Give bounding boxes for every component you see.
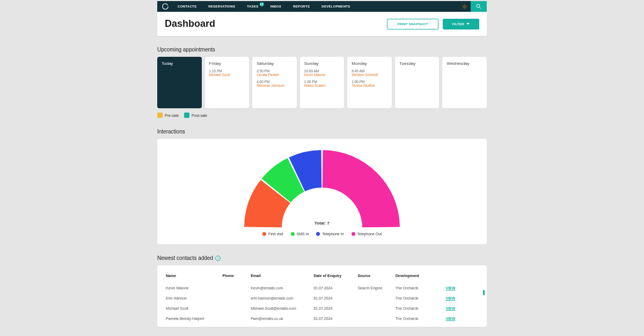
table-cell: The Orchards [394, 303, 445, 313]
day-card-monday[interactable]: Monday8:45 AMWinston Schmidt1:00 PMTeres… [347, 57, 392, 108]
appointment-name: Kevin Malone [304, 73, 340, 77]
table-cell: The Orchards [394, 293, 445, 303]
col-phone: Phone [221, 271, 250, 283]
table-cell: Erin Hannon [165, 293, 221, 303]
view-link[interactable]: VIEW [445, 296, 455, 300]
appointment-item[interactable]: 1:00 PMMateo Solano [304, 80, 340, 87]
scrollbar-thumb[interactable] [483, 290, 485, 295]
table-cell [221, 283, 250, 293]
table-cell: 01.07.2024 [312, 283, 356, 293]
nav-reports[interactable]: REPORTS [293, 5, 310, 8]
table-cell: Search Engine [356, 283, 394, 293]
col-email: Email [250, 271, 312, 283]
chart-legend-item: Telephone In [316, 232, 343, 236]
table-cell: 01.07.2024 [312, 303, 356, 313]
table-cell [221, 303, 250, 313]
col-action [444, 271, 479, 283]
info-icon[interactable]: i [215, 256, 221, 261]
table-cell: The Orchards [394, 313, 445, 324]
filter-button[interactable]: FILTER [443, 19, 479, 29]
appointment-time: 8:45 AM [352, 69, 387, 73]
appointment-item[interactable]: 1:15 PMMichael Scott [209, 69, 245, 77]
day-card-sunday[interactable]: Sunday10:00 AMKevin Malone1:00 PMMateo S… [300, 57, 345, 108]
day-card-today[interactable]: Today [157, 57, 202, 108]
appointment-time: 10:00 AM [304, 69, 340, 73]
settings-icon[interactable] [458, 1, 471, 12]
day-card-saturday[interactable]: Saturday2:30 PMCecilia Parekh4:00 PMRain… [252, 57, 297, 108]
interactions-chart-card: Total: 7 First visitSMS InTelephone InTe… [157, 139, 487, 244]
nav-inbox[interactable]: INBOX [270, 5, 282, 8]
day-label: Tuesday [399, 61, 435, 66]
table-cell: Kevin Malone [165, 283, 221, 293]
appointment-time: 1:15 PM [209, 69, 245, 73]
day-label: Wednesday [447, 61, 482, 66]
day-label: Saturday [257, 61, 292, 66]
appointment-name: Rainbow Johnson [257, 84, 292, 87]
legend-dot-icon [316, 232, 320, 236]
table-cell [221, 313, 250, 324]
nav-developments[interactable]: DEVELOPMENTS [321, 5, 350, 8]
view-link[interactable]: VIEW [445, 307, 455, 310]
day-card-friday[interactable]: Friday1:15 PMMichael Scott [205, 57, 250, 108]
table-cell [356, 303, 394, 313]
appointment-item[interactable]: 10:00 AMKevin Malone [304, 69, 340, 77]
appointment-item[interactable]: 2:30 PMCecilia Parekh [257, 69, 292, 77]
day-card-tuesday[interactable]: Tuesday [395, 57, 440, 108]
legend-post-sale: Post-sale [184, 113, 207, 118]
appointment-name: Michael Scott [209, 73, 245, 77]
appointment-time: 1:00 PM [352, 80, 387, 84]
svg-line-1 [480, 8, 481, 9]
legend-label: SMS In [297, 232, 309, 236]
legend-dot-icon [291, 232, 295, 236]
legend-dot-icon [352, 232, 355, 236]
legend-label: Telephone In [322, 232, 343, 236]
print-snapshot-button[interactable]: PRINT SNAPSHOT [387, 19, 438, 29]
table-cell: erin.hannon@emails.com [250, 293, 312, 303]
appointment-name: Mateo Solano [304, 84, 340, 87]
top-navbar: CONTACTSRESERVATIONSTASKS67INBOXREPORTSD… [157, 1, 487, 12]
appointment-time: 2:30 PM [257, 69, 292, 73]
table-row: Michael ScottMichael.Scott@emails.com01.… [165, 303, 479, 313]
table-cell: Pam@emails.co.uk [250, 313, 312, 324]
upcoming-appointments-section: Upcoming appointments TodayFriday1:15 PM… [157, 47, 487, 118]
contacts-table-card: NamePhoneEmailDate of EnquirySourceDevel… [157, 265, 487, 327]
table-row: Pamela Beesly-HalpertPam@emails.co.uk01.… [165, 313, 479, 324]
day-card-wednesday[interactable]: Wednesday [442, 57, 487, 108]
appointment-item[interactable]: 8:45 AMWinston Schmidt [352, 69, 387, 77]
day-label: Today [162, 61, 197, 66]
section-title-contacts: Newest contacts added [157, 255, 213, 261]
col-source: Source [356, 271, 394, 283]
legend-label: First visit [268, 232, 283, 236]
section-title-interactions: Interactions [157, 129, 487, 135]
col-name: Name [165, 271, 221, 283]
interactions-section: Interactions Total: 7 First visitSMS InT… [157, 129, 487, 244]
day-label: Sunday [304, 61, 340, 66]
search-icon[interactable] [471, 1, 487, 12]
table-row: Kevin MaloneKevin@emails.com01.07.2024Se… [165, 283, 479, 293]
newest-contacts-section: Newest contacts added i NamePhoneEmailDa… [157, 255, 487, 327]
nav-contacts[interactable]: CONTACTS [178, 5, 196, 8]
appointment-time: 4:00 PM [257, 80, 292, 84]
appointment-time: 1:00 PM [304, 80, 340, 84]
appointment-name: Cecilia Parekh [257, 73, 292, 77]
table-cell: Kevin@emails.com [250, 283, 312, 293]
table-cell: 01.07.2024 [312, 313, 356, 324]
view-link[interactable]: VIEW [445, 286, 455, 290]
chevron-down-icon [466, 23, 470, 25]
nav-tasks[interactable]: TASKS67 [247, 5, 258, 8]
view-link[interactable]: VIEW [445, 317, 455, 320]
appointment-item[interactable]: 1:00 PMTeresa Giudice [352, 80, 387, 87]
appointment-item[interactable]: 4:00 PMRainbow Johnson [257, 80, 292, 87]
table-cell: 01.07.2024 [312, 293, 356, 303]
tasks-badge: 67 [260, 2, 264, 6]
table-cell: Pamela Beesly-Halpert [165, 313, 221, 324]
table-cell [356, 313, 394, 324]
day-label: Friday [209, 61, 245, 66]
legend-dot-icon [262, 232, 266, 236]
legend-label: Telephone Out [357, 232, 382, 236]
table-cell: Michael Scott [165, 303, 221, 313]
table-cell: The Orchards [394, 283, 445, 293]
section-title-appointments: Upcoming appointments [157, 47, 487, 53]
col-date-of-enquiry: Date of Enquiry [312, 271, 356, 283]
nav-reservations[interactable]: RESERVATIONS [208, 5, 235, 8]
